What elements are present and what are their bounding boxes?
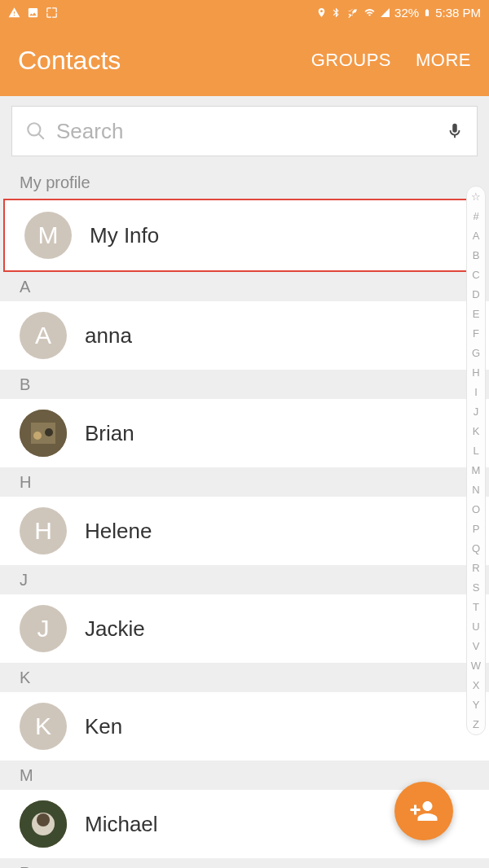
image-icon (27, 7, 39, 19)
contacts-list: My profile M My Info A A anna B Brian H … (0, 166, 489, 868)
svg-point-0 (28, 123, 40, 135)
status-left (8, 7, 58, 19)
page-title: Contacts (18, 46, 121, 76)
index-e[interactable]: E (473, 309, 480, 319)
contact-name: Helene (85, 519, 152, 544)
battery-icon (423, 7, 431, 19)
status-right: 32% 5:38 PM (316, 6, 481, 20)
section-b: B (0, 370, 489, 399)
contact-name: Jackie (85, 616, 145, 642)
wifi-icon (363, 7, 376, 18)
index-a[interactable]: A (473, 230, 480, 241)
avatar-photo (20, 410, 67, 457)
contact-name: Michael (85, 812, 158, 837)
index-h[interactable]: H (472, 367, 479, 378)
contact-name: My Info (90, 223, 159, 248)
index-v[interactable]: V (473, 641, 480, 651)
search-container (0, 96, 489, 166)
index-r[interactable]: R (472, 563, 479, 573)
svg-point-8 (37, 813, 50, 826)
index-c[interactable]: C (472, 270, 479, 280)
index-g[interactable]: G (472, 348, 480, 358)
index-x[interactable]: X (473, 680, 480, 690)
index-w[interactable]: W (471, 660, 481, 671)
contact-jackie[interactable]: J Jackie (0, 594, 489, 663)
contact-helene[interactable]: H Helene (0, 497, 489, 565)
contact-name: anna (85, 323, 132, 349)
battery-percent: 32% (394, 6, 419, 20)
svg-point-4 (33, 432, 42, 440)
index-u[interactable]: U (472, 621, 479, 632)
contact-name: Ken (85, 714, 122, 739)
screenshot-icon (46, 7, 58, 19)
section-j: J (0, 565, 489, 594)
index-n[interactable]: N (472, 484, 479, 495)
index-p[interactable]: P (473, 524, 480, 534)
app-header: 32% 5:38 PM Contacts GROUPS MORE (0, 0, 489, 96)
search-input[interactable] (56, 119, 436, 144)
avatar-photo (20, 800, 67, 848)
avatar-letter: H (20, 507, 67, 555)
avatar-letter: K (20, 703, 67, 750)
index-b[interactable]: B (473, 250, 480, 261)
contact-name: Brian (85, 421, 134, 446)
header-actions: GROUPS MORE (311, 50, 471, 71)
index-hash[interactable]: # (473, 211, 478, 221)
contact-myinfo[interactable]: M My Info (3, 199, 484, 272)
index-l[interactable]: L (473, 445, 478, 456)
mic-icon[interactable] (446, 121, 464, 142)
index-f[interactable]: F (473, 328, 479, 339)
add-contact-button[interactable] (394, 782, 453, 840)
contact-ken[interactable]: K Ken (0, 692, 489, 761)
more-button[interactable]: MORE (416, 50, 471, 71)
location-icon (316, 7, 327, 18)
clock-text: 5:38 PM (435, 6, 481, 20)
index-t[interactable]: T (473, 602, 479, 612)
index-d[interactable]: D (472, 289, 479, 300)
avatar-letter: M (24, 212, 72, 259)
avatar-letter: J (20, 605, 67, 652)
mute-icon (346, 7, 359, 18)
status-bar: 32% 5:38 PM (0, 0, 489, 24)
contact-anna[interactable]: A anna (0, 301, 489, 370)
index-star[interactable]: ☆ (471, 191, 481, 202)
search-box[interactable] (11, 106, 478, 156)
index-i[interactable]: I (474, 387, 478, 397)
bluetooth-icon (331, 7, 341, 18)
index-o[interactable]: O (472, 504, 480, 515)
index-m[interactable]: M (472, 465, 481, 476)
section-myprofile: My profile (0, 166, 489, 199)
alpha-index[interactable]: ☆ # A B C D E F G H I J K L M N O P Q R … (466, 186, 486, 735)
signal-icon (380, 7, 390, 18)
section-h: H (0, 467, 489, 497)
contact-brian[interactable]: Brian (0, 399, 489, 467)
groups-button[interactable]: GROUPS (311, 50, 391, 71)
svg-line-1 (38, 134, 44, 139)
index-k[interactable]: K (473, 426, 480, 436)
title-bar: Contacts GROUPS MORE (0, 24, 489, 96)
index-z[interactable]: Z (473, 719, 479, 730)
index-j[interactable]: J (474, 406, 479, 417)
section-k: K (0, 663, 489, 692)
warning-icon (8, 7, 20, 19)
add-contact-icon (409, 796, 438, 826)
section-a: A (0, 272, 489, 301)
index-s[interactable]: S (473, 582, 480, 593)
index-y[interactable]: Y (473, 699, 480, 710)
index-q[interactable]: Q (472, 543, 480, 554)
search-icon (25, 121, 46, 142)
svg-point-5 (45, 428, 53, 436)
section-p: P (0, 858, 489, 868)
avatar-letter: A (20, 312, 67, 359)
